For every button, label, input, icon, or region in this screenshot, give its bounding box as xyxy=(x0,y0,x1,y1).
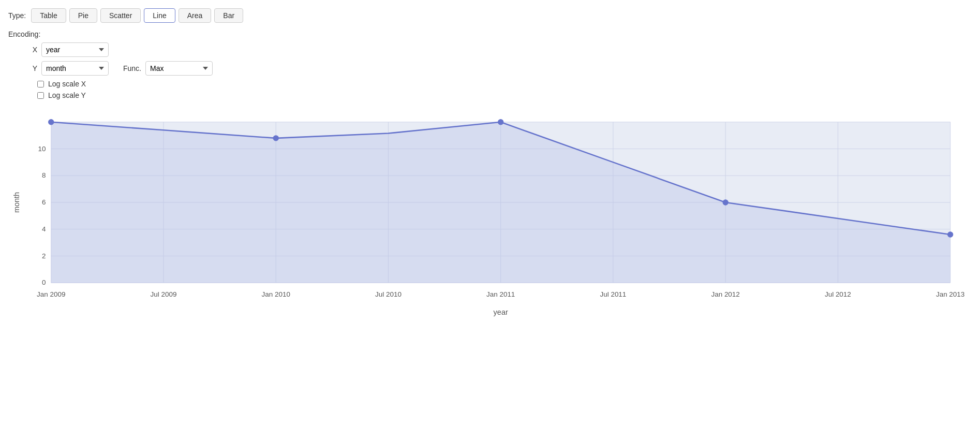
type-btn-table[interactable]: Table xyxy=(31,8,66,23)
log-scale-x-label: Log scale X xyxy=(48,80,86,88)
type-btn-pie[interactable]: Pie xyxy=(69,8,97,23)
x-tick-5: Jul 2011 xyxy=(600,290,627,298)
x-tick-1: Jul 2009 xyxy=(151,290,177,298)
log-scale-y-label: Log scale Y xyxy=(48,91,86,99)
line-chart: 0 2 4 6 8 10 Jan 2009 Jul 2009 Jan 2010 … xyxy=(8,115,972,322)
data-point-2 xyxy=(273,136,278,141)
y-tick-5: 10 xyxy=(38,145,46,153)
x-tick-3: Jul 2010 xyxy=(375,290,402,298)
data-point-0 xyxy=(49,120,54,125)
x-tick-4: Jan 2011 xyxy=(486,290,515,298)
y-axis-label: Y xyxy=(29,64,37,72)
x-tick-8: Jan 2013 xyxy=(936,290,964,298)
type-btn-bar[interactable]: Bar xyxy=(214,8,243,23)
x-tick-7: Jul 2012 xyxy=(825,290,851,298)
type-btn-area[interactable]: Area xyxy=(179,8,212,23)
x-encoding-row: X year month xyxy=(29,42,972,57)
y-tick-3: 6 xyxy=(42,198,46,206)
func-select[interactable]: Max Min Sum Avg xyxy=(145,61,213,76)
data-point-6 xyxy=(723,200,728,205)
func-label: Func. xyxy=(123,64,141,72)
x-select[interactable]: year month xyxy=(41,42,109,57)
log-scale-y-checkbox[interactable] xyxy=(37,92,44,99)
type-label: Type: xyxy=(8,11,26,20)
data-point-4 xyxy=(498,120,503,125)
x-tick-2: Jan 2010 xyxy=(262,290,290,298)
chart-container: 0 2 4 6 8 10 Jan 2009 Jul 2009 Jan 2010 … xyxy=(8,115,972,322)
type-btn-scatter[interactable]: Scatter xyxy=(100,8,141,23)
log-scale-x-checkbox[interactable] xyxy=(37,81,44,87)
y-select[interactable]: month year xyxy=(41,61,109,76)
x-axis-title: year xyxy=(494,308,508,316)
encoding-section: Encoding: X year month Y month year Func… xyxy=(8,30,972,99)
y-tick-4: 8 xyxy=(42,171,46,179)
log-scale-y-row: Log scale Y xyxy=(37,91,972,99)
y-tick-1: 2 xyxy=(42,252,46,260)
y-encoding-row: Y month year Func. Max Min Sum Avg xyxy=(29,61,972,76)
y-axis-title: month xyxy=(12,192,21,213)
encoding-title: Encoding: xyxy=(8,30,972,38)
y-tick-0: 0 xyxy=(42,279,46,286)
y-tick-2: 4 xyxy=(42,225,46,233)
log-scale-x-row: Log scale X xyxy=(37,80,972,88)
x-tick-6: Jan 2012 xyxy=(711,290,740,298)
type-btn-line[interactable]: Line xyxy=(144,8,175,23)
type-row: Type: Table Pie Scatter Line Area Bar xyxy=(8,8,972,23)
data-point-8 xyxy=(947,232,953,237)
x-axis-label: X xyxy=(29,46,37,54)
x-tick-0: Jan 2009 xyxy=(37,290,65,298)
